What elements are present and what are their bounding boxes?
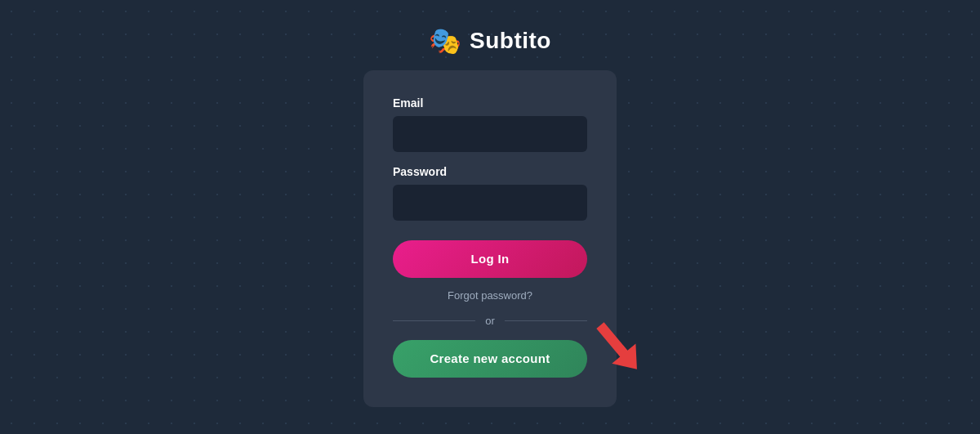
app-header: 🎭 Subtito <box>429 28 551 54</box>
create-account-wrapper: Create new account <box>393 340 587 378</box>
divider-text: or <box>485 315 495 327</box>
login-button[interactable]: Log In <box>393 240 587 278</box>
email-input[interactable] <box>393 116 587 152</box>
forgot-password-link[interactable]: Forgot password? <box>393 289 587 302</box>
password-field-group: Password <box>393 165 587 221</box>
app-logo-icon: 🎭 <box>429 28 461 54</box>
app-title: Subtito <box>470 28 551 54</box>
email-label: Email <box>393 96 587 110</box>
email-field-group: Email <box>393 96 587 152</box>
divider-line-right <box>505 320 587 321</box>
svg-marker-0 <box>588 316 648 379</box>
password-input[interactable] <box>393 185 587 221</box>
divider: or <box>393 315 587 327</box>
divider-line-left <box>393 320 475 321</box>
login-card: Email Password Log In Forgot password? o… <box>363 70 617 407</box>
password-label: Password <box>393 165 587 178</box>
create-account-button[interactable]: Create new account <box>393 340 587 378</box>
